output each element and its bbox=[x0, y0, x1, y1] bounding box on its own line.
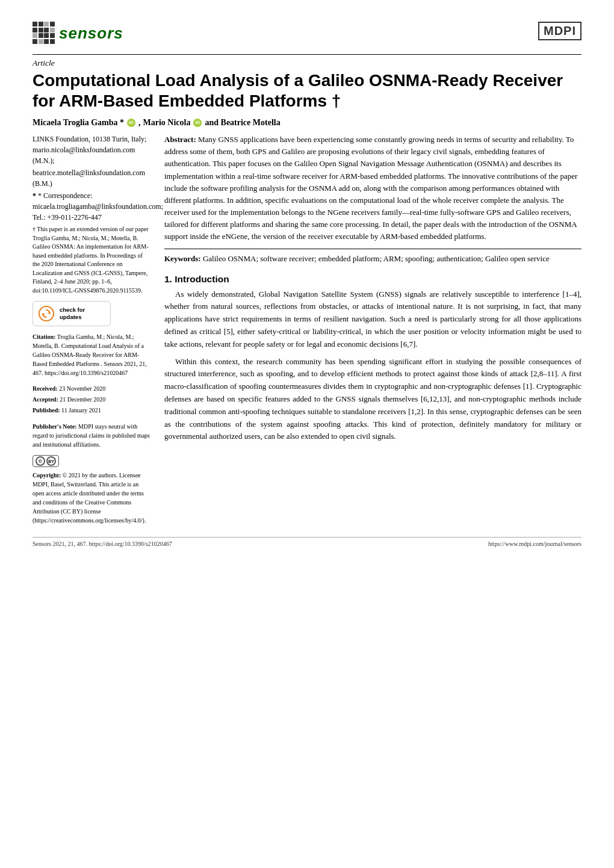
page: sensors MDPI Article Computational Load … bbox=[0, 0, 614, 868]
affil-dagger: † This paper is an extended version of o… bbox=[33, 225, 150, 295]
affiliation-block: LINKS Foundation, 10138 Turin, Italy; ma… bbox=[33, 134, 150, 295]
author1-name: Micaela Troglia Gamba * bbox=[33, 118, 124, 128]
sensors-grid-icon bbox=[33, 22, 55, 45]
published-date: 11 January 2021 bbox=[61, 407, 101, 414]
author2-name: Mario Nicola bbox=[143, 118, 191, 128]
orcid-icon-2: ID bbox=[193, 119, 202, 127]
keywords-block: Keywords: Galileo OSNMA; software receiv… bbox=[164, 249, 581, 265]
citation-label: Citation: bbox=[33, 333, 55, 340]
published-label: Published: bbox=[33, 407, 60, 414]
accepted-label: Accepted: bbox=[33, 396, 58, 403]
accepted-line: Accepted: 21 December 2020 bbox=[33, 394, 150, 405]
sensors-logo: sensors bbox=[33, 22, 123, 45]
check-updates-badge: check for updates bbox=[33, 301, 111, 326]
header: sensors MDPI bbox=[33, 22, 581, 48]
left-column: LINKS Foundation, 10138 Turin, Italy; ma… bbox=[33, 134, 150, 525]
header-divider bbox=[33, 54, 581, 55]
abstract-block: Abstract: Many GNSS applications have be… bbox=[164, 134, 581, 243]
check-updates-text: check for updates bbox=[60, 306, 85, 321]
cc-circle: © bbox=[36, 456, 45, 466]
section1-title: 1. Introduction bbox=[164, 274, 581, 285]
check-updates-svg bbox=[38, 305, 55, 322]
orcid-icon-1: ID bbox=[127, 119, 135, 127]
check-updates-icon bbox=[38, 305, 55, 322]
mdpi-logo: MDPI bbox=[538, 22, 581, 40]
copyright-text: © 2021 by the authors. Licensee MDPI, Ba… bbox=[33, 472, 146, 524]
footer-left: Sensors 2021, 21, 467. https://doi.org/1… bbox=[33, 541, 172, 547]
abstract-text: Many GNSS applications have been experie… bbox=[164, 135, 577, 241]
svg-point-0 bbox=[39, 306, 54, 321]
author3-name: and Beatrice Motella bbox=[205, 118, 280, 128]
publisher-note-block: Publisher's Note: MDPI stays neutral wit… bbox=[33, 422, 150, 449]
right-column: Abstract: Many GNSS applications have be… bbox=[164, 134, 581, 525]
journal-name: sensors bbox=[59, 24, 123, 43]
copyright-label: Copyright: bbox=[33, 472, 61, 479]
received-date: 23 November 2020 bbox=[59, 385, 105, 392]
copyright-block: Copyright: © 2021 by the authors. Licens… bbox=[33, 471, 150, 525]
published-line: Published: 11 January 2021 bbox=[33, 405, 150, 416]
citation-block: Citation: Troglia Gamba, M.; Nicola, M.;… bbox=[33, 332, 150, 377]
abstract-label: Abstract: bbox=[164, 135, 196, 144]
two-col-layout: LINKS Foundation, 10138 Turin, Italy; ma… bbox=[33, 134, 581, 525]
section1-para1: As widely demonstrated, Global Navigatio… bbox=[164, 288, 581, 351]
affil-line2: beatrice.motella@linksfoundation.com (B.… bbox=[33, 167, 150, 189]
authors-line: Micaela Troglia Gamba * ID, Mario Nicola… bbox=[33, 118, 581, 128]
publisher-note-label: Publisher's Note: bbox=[33, 423, 77, 430]
received-label: Received: bbox=[33, 385, 58, 392]
dates-block: Received: 23 November 2020 Accepted: 21 … bbox=[33, 383, 150, 416]
section1-para2: Within this context, the research commun… bbox=[164, 356, 581, 444]
received-line: Received: 23 November 2020 bbox=[33, 383, 150, 394]
footer-right: https://www.mdpi.com/journal/sensors bbox=[488, 541, 581, 547]
cc-icon: © BY bbox=[33, 455, 59, 467]
cc-license-box: © BY bbox=[33, 455, 150, 467]
accepted-date: 21 December 2020 bbox=[60, 396, 105, 403]
affil-correspondence: * * Correspondence: micaela.trogliagamba… bbox=[33, 190, 150, 223]
by-circle: BY bbox=[46, 456, 56, 466]
keywords-text: Galileo OSNMA; software receiver; embedd… bbox=[203, 254, 550, 263]
footer-bar: Sensors 2021, 21, 467. https://doi.org/1… bbox=[33, 537, 581, 547]
article-title: Computational Load Analysis of a Galileo… bbox=[33, 70, 581, 111]
affil-line1: LINKS Foundation, 10138 Turin, Italy; ma… bbox=[33, 134, 150, 166]
journal-logo-area: sensors bbox=[33, 22, 123, 45]
section-1: 1. Introduction As widely demonstrated, … bbox=[164, 274, 581, 444]
keywords-label: Keywords: bbox=[164, 254, 201, 263]
article-type-label: Article bbox=[33, 58, 581, 68]
